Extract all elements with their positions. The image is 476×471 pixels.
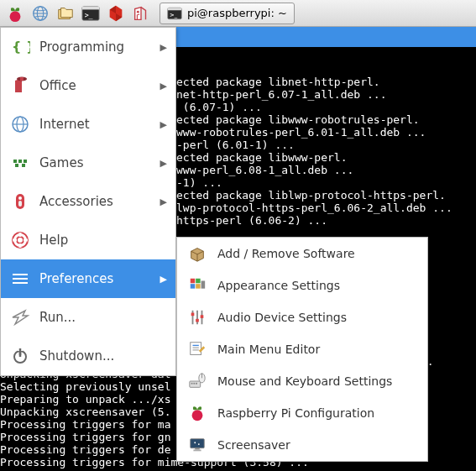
web-browser-icon[interactable]: [29, 2, 52, 25]
sub-label: Screensaver: [217, 438, 290, 452]
taskbar-window-button[interactable]: >_ pi@raspberrypi: ~: [160, 3, 295, 24]
terminal-icon: >_: [167, 7, 182, 20]
start-menu-icon[interactable]: [3, 2, 27, 25]
svg-rect-20: [13, 160, 17, 163]
svg-rect-45: [201, 281, 206, 289]
help-icon: [9, 229, 31, 251]
svg-rect-44: [196, 284, 201, 289]
programming-icon: { }: [9, 36, 31, 58]
svg-text:>_: >_: [85, 10, 93, 18]
mathematica-icon[interactable]: [104, 2, 128, 25]
svg-rect-23: [15, 164, 18, 167]
svg-point-10: [137, 10, 139, 13]
preferences-icon: [9, 268, 31, 290]
internet-icon: [9, 113, 31, 135]
svg-rect-5: [82, 6, 99, 9]
menu-editor-icon: [187, 339, 207, 359]
svg-rect-21: [18, 160, 22, 163]
svg-rect-64: [195, 448, 200, 450]
sub-label: Mouse and Keyboard Settings: [217, 374, 392, 388]
sub-item-main-menu-editor[interactable]: Main Menu Editor: [177, 333, 427, 365]
appearance-icon: [187, 275, 207, 296]
menu-label: Run...: [39, 310, 167, 325]
terminal-icon[interactable]: >_: [79, 2, 102, 25]
menu-label: Help: [39, 233, 167, 248]
sub-item-mouse-keyboard[interactable]: Mouse and Keyboard Settings: [177, 365, 427, 397]
svg-point-62: [192, 410, 203, 421]
chevron-right-icon: ▶: [160, 42, 167, 53]
svg-rect-43: [191, 284, 196, 289]
accessories-icon: [9, 191, 31, 212]
menu-item-accessories[interactable]: Accessories ▶: [1, 182, 175, 221]
start-menu: { } Programming ▶ Office ▶ Internet ▶ Ga…: [0, 27, 176, 376]
svg-rect-27: [18, 201, 22, 207]
menu-label: Games: [39, 155, 160, 170]
sub-label: Appearance Settings: [217, 279, 340, 292]
menu-item-run[interactable]: Run...: [1, 298, 175, 337]
menu-item-internet[interactable]: Internet ▶: [1, 105, 175, 144]
menu-label: Programming: [39, 39, 160, 55]
preferences-submenu: Add / Remove Software Appearance Setting…: [176, 237, 428, 462]
svg-rect-51: [201, 315, 204, 318]
raspberry-icon: [187, 403, 207, 423]
svg-rect-42: [196, 279, 201, 284]
menu-label: Accessories: [39, 194, 160, 209]
svg-rect-24: [22, 164, 25, 167]
games-icon: [9, 152, 31, 174]
svg-rect-49: [191, 313, 195, 317]
svg-text:{ }: { }: [12, 39, 30, 55]
wolfram-icon[interactable]: [129, 2, 153, 25]
taskbar-window-title: pi@raspberrypi: ~: [187, 7, 287, 19]
sub-label: Add / Remove Software: [217, 247, 355, 260]
svg-point-67: [198, 443, 200, 445]
menu-item-help[interactable]: Help: [1, 221, 175, 259]
sub-label: Main Menu Editor: [217, 343, 320, 356]
svg-rect-65: [193, 450, 201, 452]
chevron-right-icon: ▶: [160, 158, 167, 169]
svg-point-26: [18, 196, 22, 200]
office-icon: [9, 75, 31, 97]
svg-rect-22: [24, 160, 27, 163]
menu-item-preferences[interactable]: Preferences ▶: [1, 259, 175, 298]
shutdown-icon: [9, 345, 31, 367]
svg-rect-50: [196, 319, 199, 322]
sub-label: Raspberry Pi Configuration: [217, 406, 374, 420]
svg-rect-56: [190, 381, 201, 387]
chevron-right-icon: ▶: [160, 81, 167, 92]
menu-item-office[interactable]: Office ▶: [1, 66, 175, 105]
svg-rect-16: [20, 77, 24, 81]
chevron-right-icon: ▶: [160, 119, 167, 130]
svg-point-29: [17, 237, 24, 243]
svg-point-0: [10, 11, 21, 22]
taskbar: >_ >_ pi@raspberrypi: ~: [0, 0, 476, 27]
svg-rect-63: [191, 439, 205, 448]
menu-item-games[interactable]: Games ▶: [1, 144, 175, 182]
sub-item-screensaver[interactable]: Screensaver: [177, 429, 427, 461]
audio-sliders-icon: [187, 307, 207, 327]
menu-label: Internet: [39, 117, 160, 132]
svg-rect-41: [191, 279, 196, 284]
menu-label: Shutdown...: [39, 348, 167, 364]
sub-item-add-remove-software[interactable]: Add / Remove Software: [177, 238, 427, 270]
sub-item-appearance[interactable]: Appearance Settings: [177, 270, 427, 301]
terminal-output-top: ected package libnet-http-perl. net-http…: [176, 76, 476, 227]
svg-rect-58: [193, 383, 195, 385]
svg-rect-59: [196, 383, 197, 385]
screensaver-icon: [187, 435, 207, 455]
svg-rect-12: [168, 8, 182, 10]
menu-item-shutdown[interactable]: Shutdown...: [1, 337, 175, 375]
svg-text:>_: >_: [170, 11, 178, 18]
mouse-keyboard-icon: [187, 371, 207, 391]
chevron-right-icon: ▶: [160, 196, 167, 207]
run-icon: [9, 306, 31, 328]
package-icon: [187, 243, 207, 264]
chevron-right-icon: ▶: [160, 274, 167, 285]
file-manager-icon[interactable]: [54, 2, 77, 25]
svg-rect-52: [191, 343, 201, 355]
menu-label: Preferences: [39, 271, 160, 286]
sub-item-raspberry-config[interactable]: Raspberry Pi Configuration: [177, 397, 427, 429]
sub-label: Audio Device Settings: [217, 311, 347, 324]
menu-label: Office: [39, 78, 160, 93]
sub-item-audio[interactable]: Audio Device Settings: [177, 301, 427, 333]
menu-item-programming[interactable]: { } Programming ▶: [1, 28, 175, 66]
